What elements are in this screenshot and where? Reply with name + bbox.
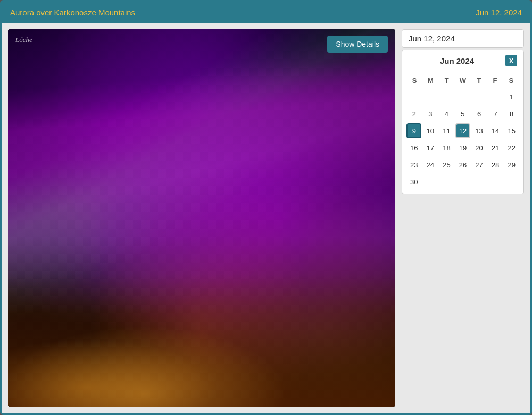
calendar-day[interactable]: 11 [439,123,454,138]
calendar-day[interactable]: 13 [472,123,487,138]
date-input-container [402,29,524,48]
calendar-day[interactable]: 27 [472,157,487,172]
title-bar: Aurora over Karkonosze Mountains Jun 12,… [2,2,530,23]
calendar-day[interactable]: 18 [439,140,454,155]
calendar-day [439,174,454,189]
calendar-header: Jun 2024 X [402,50,523,71]
calendar-day[interactable]: 21 [488,140,503,155]
weekday-label: T [471,74,487,87]
calendar-day [423,174,438,189]
calendar-day[interactable]: 9 [406,123,421,138]
calendar-day[interactable]: 4 [439,106,454,121]
photo-panel: Lóche Show Details [8,29,395,407]
calendar-day[interactable]: 16 [406,140,421,155]
calendar-day[interactable]: 25 [439,157,454,172]
calendar-day[interactable]: 12 [455,123,470,138]
weekday-label: T [439,74,455,87]
calendar: Jun 2024 X SMTWTFS 123456789101112131415… [402,50,524,194]
calendar-day[interactable]: 22 [504,140,519,155]
calendar-day [439,89,454,104]
calendar-day [488,89,503,104]
calendar-day[interactable]: 15 [504,123,519,138]
calendar-day [488,174,503,189]
calendar-day[interactable]: 24 [423,157,438,172]
calendar-day[interactable]: 10 [423,123,438,138]
calendar-day[interactable]: 1 [504,89,519,104]
app-window: Aurora over Karkonosze Mountains Jun 12,… [0,0,532,415]
weekday-label: F [487,74,503,87]
calendar-day[interactable]: 14 [488,123,503,138]
main-content: Lóche Show Details Jun 2024 X SMTWTFS 12… [2,23,530,413]
calendar-day [504,174,519,189]
photo-signature: Lóche [15,36,32,44]
calendar-day[interactable]: 7 [488,106,503,121]
calendar-day [406,89,421,104]
calendar-day[interactable]: 5 [455,106,470,121]
calendar-close-button[interactable]: X [505,55,517,66]
calendar-day [472,89,487,104]
calendar-day[interactable]: 23 [406,157,421,172]
calendar-weekdays: SMTWTFS [406,74,519,87]
calendar-day [455,174,470,189]
calendar-day[interactable]: 19 [455,140,470,155]
app-title: Aurora over Karkonosze Mountains [10,8,135,17]
calendar-day [472,174,487,189]
calendar-day[interactable]: 8 [504,106,519,121]
calendar-days: 1234567891011121314151617181920212223242… [406,89,519,190]
calendar-grid: SMTWTFS 12345678910111213141516171819202… [402,71,523,194]
weekday-label: M [422,74,438,87]
calendar-day[interactable]: 28 [488,157,503,172]
app-date: Jun 12, 2024 [476,8,522,17]
right-panel: Jun 2024 X SMTWTFS 123456789101112131415… [402,29,524,407]
calendar-day[interactable]: 6 [472,106,487,121]
aurora-image [8,29,395,407]
calendar-day [423,89,438,104]
calendar-day[interactable]: 29 [504,157,519,172]
calendar-day[interactable]: 2 [406,106,421,121]
weekday-label: W [455,74,471,87]
calendar-day [455,89,470,104]
calendar-day[interactable]: 26 [455,157,470,172]
weekday-label: S [503,74,519,87]
calendar-day[interactable]: 30 [406,174,421,189]
calendar-day[interactable]: 17 [423,140,438,155]
show-details-button[interactable]: Show Details [327,36,388,53]
calendar-day[interactable]: 3 [423,106,438,121]
calendar-month-year: Jun 2024 [409,56,505,65]
date-input[interactable] [402,29,524,48]
weekday-label: S [406,74,422,87]
calendar-day[interactable]: 20 [472,140,487,155]
